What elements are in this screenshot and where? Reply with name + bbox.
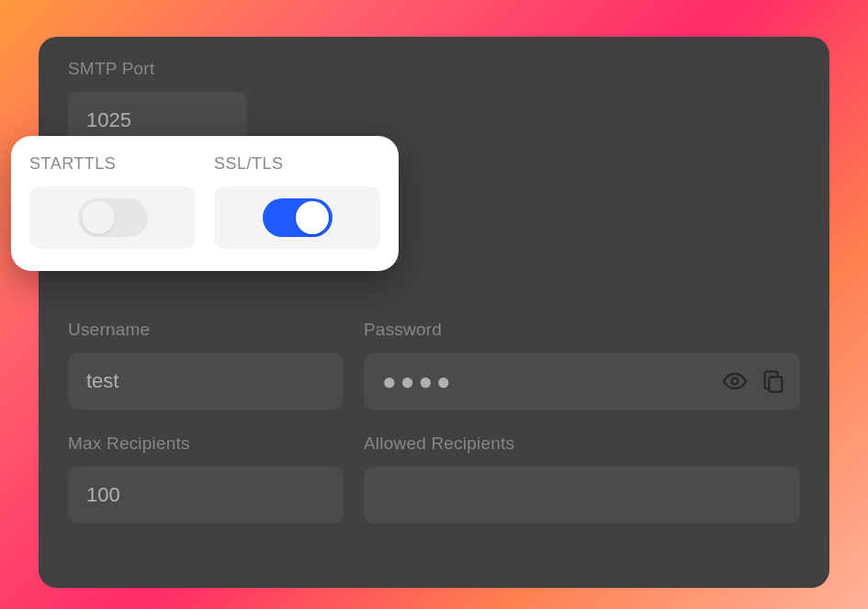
allowed-recipients-input[interactable] — [382, 483, 782, 507]
ssltls-toggle-shell — [214, 186, 380, 249]
username-input[interactable] — [86, 369, 325, 393]
max-recipients-input[interactable] — [86, 483, 325, 507]
starttls-toggle[interactable] — [78, 198, 148, 237]
password-masked: ●●●● — [382, 369, 455, 393]
allowed-recipients-group: Allowed Recipients — [364, 434, 800, 524]
starttls-toggle-shell — [29, 186, 196, 249]
svg-point-0 — [732, 378, 738, 385]
username-label: Username — [68, 320, 344, 340]
ssltls-group: SSL/TLS — [214, 154, 380, 249]
max-recipients-input-box[interactable] — [68, 467, 344, 524]
recipients-row: Max Recipients Allowed Recipients — [68, 434, 800, 524]
tls-toggle-popover: STARTTLS SSL/TLS — [11, 136, 399, 271]
credentials-row: Username Password ●●●● — [68, 320, 800, 410]
eye-icon[interactable] — [721, 367, 749, 395]
password-label: Password — [364, 320, 800, 340]
smtp-port-label: SMTP Port — [68, 59, 800, 79]
smtp-port-input[interactable] — [86, 108, 229, 132]
username-input-box[interactable] — [68, 353, 344, 410]
copy-icon[interactable] — [760, 367, 787, 395]
svg-rect-1 — [769, 377, 782, 391]
allowed-recipients-label: Allowed Recipients — [364, 434, 800, 454]
starttls-label: STARTTLS — [29, 154, 196, 174]
password-actions — [721, 367, 787, 395]
password-input-box[interactable]: ●●●● — [364, 353, 800, 410]
ssltls-toggle-knob — [296, 201, 329, 234]
username-group: Username — [68, 320, 344, 410]
allowed-recipients-input-box[interactable] — [364, 467, 800, 524]
ssltls-label: SSL/TLS — [214, 154, 380, 174]
smtp-settings-panel: SMTP Port Username Password ●●●● — [39, 37, 829, 588]
password-group: Password ●●●● — [364, 320, 800, 410]
ssltls-toggle[interactable] — [263, 198, 333, 237]
max-recipients-label: Max Recipients — [68, 434, 344, 454]
toggle-row: STARTTLS SSL/TLS — [29, 154, 380, 249]
starttls-group: STARTTLS — [29, 154, 196, 249]
max-recipients-group: Max Recipients — [68, 434, 344, 524]
starttls-toggle-knob — [82, 201, 115, 234]
